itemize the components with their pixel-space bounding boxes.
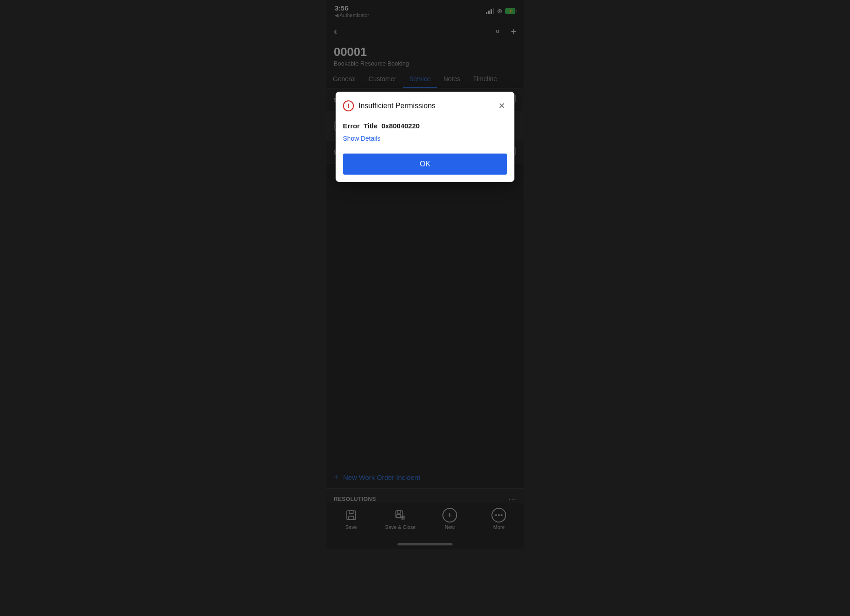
modal-container: ! Insufficient Permissions ✕ Error_Title…: [336, 92, 514, 182]
modal-body: Error_Title_0x80040220 Show Details: [336, 118, 514, 150]
phone-frame: 3:56 ◀ Authenticator ⊛ ⚡ ‹ ⚬ + 00001 Boo…: [326, 0, 524, 549]
modal-close-button[interactable]: ✕: [497, 99, 507, 113]
ok-button[interactable]: OK: [343, 154, 507, 175]
modal-header: ! Insufficient Permissions ✕: [336, 92, 514, 118]
error-icon: !: [343, 100, 354, 111]
modal-title: Insufficient Permissions: [359, 102, 497, 110]
modal-footer: OK: [336, 150, 514, 182]
modal-overlay: ! Insufficient Permissions ✕ Error_Title…: [326, 0, 524, 549]
error-code: Error_Title_0x80040220: [343, 122, 507, 130]
show-details-link[interactable]: Show Details: [343, 135, 381, 142]
